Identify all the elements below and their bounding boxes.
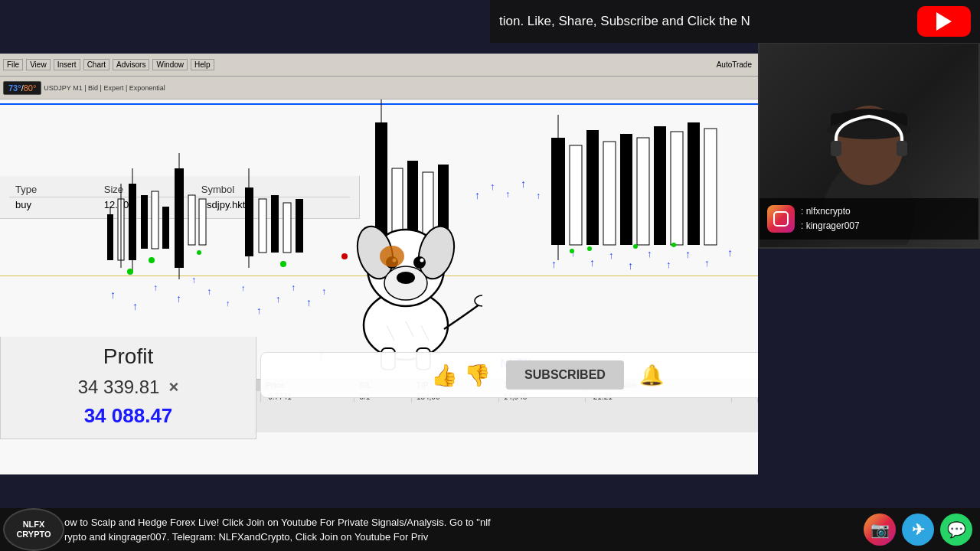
svg-text:↑: ↑ [322, 286, 326, 297]
svg-point-74 [671, 243, 676, 247]
svg-text:↑: ↑ [291, 282, 296, 293]
svg-point-42 [280, 261, 286, 267]
svg-text:↑: ↑ [241, 283, 246, 292]
svg-rect-14 [152, 191, 158, 249]
scroll-line-2: rypto and kingrager007. Telegram: NLFXan… [64, 530, 856, 544]
nlfx-logo-text: NLFX CRYPTO [16, 520, 51, 540]
profit-value-row: 34 339.81 × [13, 377, 243, 398]
svg-rect-55 [620, 134, 632, 245]
subscribed-button[interactable]: SUBSCRIBED [506, 360, 624, 390]
svg-point-22 [197, 250, 201, 255]
svg-text:↑: ↑ [110, 289, 116, 301]
temp-display: 73°/80° [3, 81, 41, 95]
chart-area: File View Insert Chart Advisors Window H… [0, 54, 758, 474]
profit-panel: Profit 34 339.81 × 34 088.47 [0, 337, 256, 439]
svg-text:↑: ↑ [590, 256, 595, 269]
close-profit-button[interactable]: × [168, 377, 178, 397]
webcam-panel: : nlfxncrypto : kingrager007 [758, 42, 980, 249]
profit-label: Profit [13, 344, 243, 369]
svg-rect-37 [296, 199, 303, 253]
svg-rect-18 [188, 195, 195, 245]
instagram-logo-icon [767, 205, 795, 233]
svg-point-71 [570, 249, 574, 253]
svg-rect-34 [259, 199, 266, 253]
svg-rect-57 [654, 126, 666, 245]
svg-rect-56 [637, 138, 649, 245]
svg-text:↑: ↑ [609, 249, 614, 261]
instagram-icon: 📷 [871, 520, 890, 539]
svg-rect-6 [897, 141, 907, 156]
instagram-handles: : nlfxncrypto : kingrager007 [801, 204, 860, 233]
youtube-play-icon [936, 12, 952, 31]
svg-rect-58 [671, 132, 683, 245]
view-menu[interactable]: View [26, 59, 51, 70]
subscribe-bar: 👍 👎 SUBSCRIBED 🔔 [260, 352, 758, 398]
svg-text:↑: ↑ [276, 293, 281, 305]
svg-rect-35 [271, 195, 279, 253]
svg-text:↑: ↑ [647, 248, 652, 259]
scroll-line-1: ow to Scalp and Hedge Forex Live! Click … [64, 515, 856, 530]
svg-rect-15 [162, 207, 169, 249]
nlfx-logo: NLFX CRYPTO [3, 508, 64, 551]
svg-text:↑: ↑ [490, 181, 495, 192]
svg-point-88 [413, 256, 426, 269]
svg-rect-13 [141, 195, 148, 249]
svg-text:↑: ↑ [306, 296, 312, 308]
bell-icon[interactable]: 🔔 [639, 364, 664, 387]
svg-text:↑: ↑ [153, 282, 158, 293]
youtube-logo[interactable] [917, 6, 971, 37]
profit-total: 34 088.47 [13, 404, 243, 428]
svg-point-21 [149, 257, 155, 263]
svg-rect-59 [688, 122, 700, 245]
svg-text:↑: ↑ [666, 259, 671, 270]
svg-text:↑: ↑ [628, 259, 633, 272]
svg-rect-54 [603, 142, 616, 245]
svg-text:↑: ↑ [727, 246, 733, 259]
bottom-bar: NLFX CRYPTO ow to Scalp and Hedge Forex … [0, 508, 980, 551]
svg-text:↑: ↑ [685, 248, 691, 260]
whatsapp-social-button[interactable]: 💬 [940, 514, 972, 546]
social-icons-bar: 📷 ✈ 💬 [856, 514, 980, 546]
whatsapp-icon: 💬 [947, 520, 966, 539]
svg-text:↑: ↑ [226, 298, 230, 308]
svg-rect-52 [570, 145, 582, 245]
svg-text:↑: ↑ [191, 275, 196, 285]
svg-text:↑: ↑ [132, 300, 138, 312]
svg-text:↑: ↑ [521, 178, 526, 190]
svg-point-72 [587, 246, 592, 251]
svg-text:↑: ↑ [256, 305, 262, 316]
banner-text: tion. Like, Share, Subscribe and Click t… [499, 14, 908, 29]
svg-point-20 [127, 269, 133, 275]
like-icon[interactable]: 👍 [431, 363, 458, 388]
insert-menu[interactable]: Insert [54, 59, 80, 70]
svg-rect-60 [704, 129, 717, 245]
instagram-social-button[interactable]: 📷 [864, 514, 896, 546]
profit-value: 34 339.81 [78, 377, 160, 398]
like-button-group[interactable]: 👍 👎 [431, 363, 491, 388]
telegram-icon: ✈ [912, 520, 925, 539]
youtube-banner: tion. Like, Share, Subscribe and Click t… [490, 0, 980, 43]
type-value: buy [9, 197, 98, 213]
telegram-social-button[interactable]: ✈ [902, 514, 934, 546]
svg-rect-53 [586, 130, 599, 245]
dog-svg [329, 195, 482, 371]
svg-point-86 [397, 272, 415, 284]
svg-rect-36 [283, 203, 291, 253]
svg-rect-19 [199, 199, 206, 245]
file-menu[interactable]: File [3, 59, 23, 70]
svg-point-94 [475, 295, 482, 306]
svg-text:↑: ↑ [176, 292, 181, 305]
svg-text:↑: ↑ [704, 257, 710, 269]
svg-rect-5 [831, 141, 841, 156]
svg-point-91 [380, 246, 404, 267]
svg-point-73 [633, 244, 638, 249]
scroll-text: ow to Scalp and Hedge Forex Live! Click … [64, 508, 856, 551]
type-header: Type [9, 182, 98, 197]
svg-point-90 [420, 259, 424, 262]
dislike-icon[interactable]: 👎 [464, 363, 491, 388]
instagram-overlay: : nlfxncrypto : kingrager007 [760, 198, 980, 240]
svg-text:↑: ↑ [207, 286, 211, 297]
